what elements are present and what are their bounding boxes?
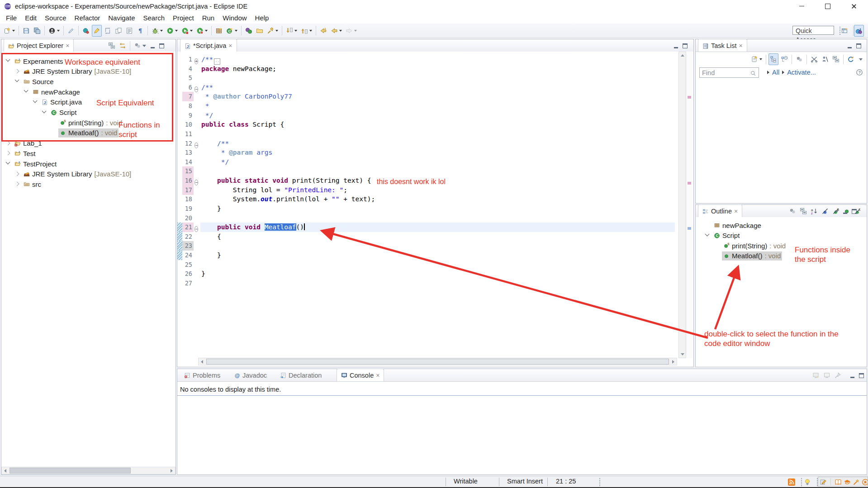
dropdown-arrow-icon[interactable] [309,30,312,32]
twisty-closed-icon[interactable] [15,171,19,176]
maximize-button[interactable] [817,0,838,12]
swap-button[interactable] [103,25,113,37]
maximize-view-icon[interactable] [159,43,164,48]
menu-project[interactable]: Project [169,12,198,24]
close-view-icon[interactable]: × [376,372,379,379]
maximize-view-icon[interactable] [856,43,861,48]
dropdown-arrow-icon[interactable] [759,58,762,60]
console-pin-button[interactable] [833,370,843,381]
code-line-27[interactable]: 27 [177,279,675,288]
pilcrow-button[interactable]: ¶ [135,25,145,37]
sort-alpha-button[interactable]: az [809,205,819,217]
activate-link[interactable]: Activate... [787,69,816,76]
focus-button[interactable] [133,40,142,52]
minimize-view-icon[interactable] [843,213,847,214]
code-line-7[interactable]: 7 * @author CarbonPoly77 [177,92,675,101]
fold-collapse-icon[interactable]: − [194,142,198,148]
fold-expand-icon[interactable]: + [194,58,198,64]
menu-run[interactable]: Run [198,12,219,24]
maximize-view-icon[interactable] [852,209,857,214]
twisty-open-icon[interactable] [33,98,38,103]
close-editor-icon[interactable]: × [228,43,232,49]
dropdown-arrow-icon[interactable] [275,30,278,32]
java-perspective-button[interactable]: J [854,25,864,36]
external-button[interactable] [81,25,91,37]
dropdown-arrow-icon[interactable] [190,30,193,32]
code-line-6[interactable]: 6−/** [177,83,675,92]
person-button[interactable] [820,53,830,65]
menu-help[interactable]: Help [251,12,273,24]
fold-toggle[interactable]: − [194,84,200,90]
focus-button[interactable] [787,205,797,217]
find-input[interactable]: Find [699,67,759,78]
new-class-button[interactable]: C [225,25,239,37]
menu-window[interactable]: Window [218,12,251,24]
code-line-12[interactable]: 12− /** [177,139,675,148]
focus-button[interactable] [794,53,804,65]
fold-toggle[interactable]: − [194,140,200,147]
project-explorer-hscrollbar[interactable] [1,467,175,474]
editor-hscrollbar[interactable] [198,358,677,365]
tips-button[interactable] [804,478,811,486]
code-line-18[interactable]: 18 System.out.println(lol + "" + text); [177,194,675,204]
run-button[interactable] [165,25,179,37]
dropdown-arrow-icon[interactable] [57,30,60,32]
dropdown-arrow-icon[interactable] [339,30,342,32]
menu-source[interactable]: Source [41,12,71,24]
tab-script-java[interactable]: J *Script.java × [180,39,237,52]
collapse-all-button[interactable] [798,205,808,217]
twisty-closed-icon[interactable] [15,182,19,186]
code-line-25[interactable]: 25 [177,260,675,270]
prev-annotation-button[interactable] [299,25,313,37]
code-line-20[interactable]: 20 [177,213,675,223]
close-view-icon[interactable]: × [739,43,742,49]
tab-declaration[interactable]: Declaration [276,369,326,381]
tab-console[interactable]: Console× [337,369,384,381]
highlighter-button[interactable] [92,25,102,37]
view-menu-icon[interactable] [859,58,863,61]
hide-fields-button[interactable] [820,205,830,217]
back-button[interactable] [329,25,343,37]
minimize-view-icon[interactable] [848,47,852,48]
categorized-button[interactable] [768,53,778,65]
debug-button[interactable] [150,25,164,37]
code-line-17[interactable]: 17 String lol = "PrintedLine: "; [177,185,675,195]
minimize-editor-icon[interactable] [674,47,678,48]
dropdown-arrow-icon[interactable] [175,30,178,32]
code-editor[interactable]: 1+/**..4package newPackage;56−/**7 * @au… [177,52,693,367]
fold-collapse-icon[interactable]: − [194,86,198,92]
code-line-8[interactable]: 8 * [177,101,675,111]
code-line-1[interactable]: 1+/**.. [177,55,675,64]
twisty-closed-icon[interactable] [6,141,10,145]
dropdown-arrow-icon[interactable] [160,30,163,32]
code-line-26[interactable]: 26} [177,269,675,279]
collapse-all-button[interactable] [107,40,117,52]
wand-button[interactable] [853,478,860,485]
twisty-open-icon[interactable] [6,160,10,165]
fold-toggle[interactable]: − [194,224,200,230]
twisty-closed-icon[interactable] [6,151,10,156]
dropdown-arrow-icon[interactable] [235,30,237,32]
new-wizard-button[interactable] [2,25,16,37]
last-edit-button[interactable] [318,25,328,37]
code-line-11[interactable]: 11 [177,129,675,139]
tab-problems[interactable]: Problems [180,369,224,381]
help-button[interactable]: ? [856,68,863,76]
collapse-all-button[interactable] [831,53,841,65]
code-line-4[interactable]: 4package newPackage; [177,64,675,74]
quick-access-box[interactable]: Quick Access [792,26,834,35]
dropdown-arrow-icon[interactable] [205,30,208,32]
close-view-icon[interactable]: × [66,43,69,49]
code-line-13[interactable]: 13 * @param args [177,148,675,157]
menu-edit[interactable]: Edit [21,12,41,24]
next-annotation-button[interactable] [285,25,299,37]
write-button[interactable] [820,478,827,485]
minimize-button[interactable] [791,0,812,12]
code-line-19[interactable]: 19 } [177,204,675,213]
open-perspective-button[interactable] [841,25,849,36]
new-package-button[interactable] [214,25,224,37]
scissors-button[interactable] [809,53,819,65]
menu-search[interactable]: Search [139,12,169,24]
console-display-button[interactable] [822,370,832,381]
editor-vscrollbar[interactable] [678,52,686,358]
